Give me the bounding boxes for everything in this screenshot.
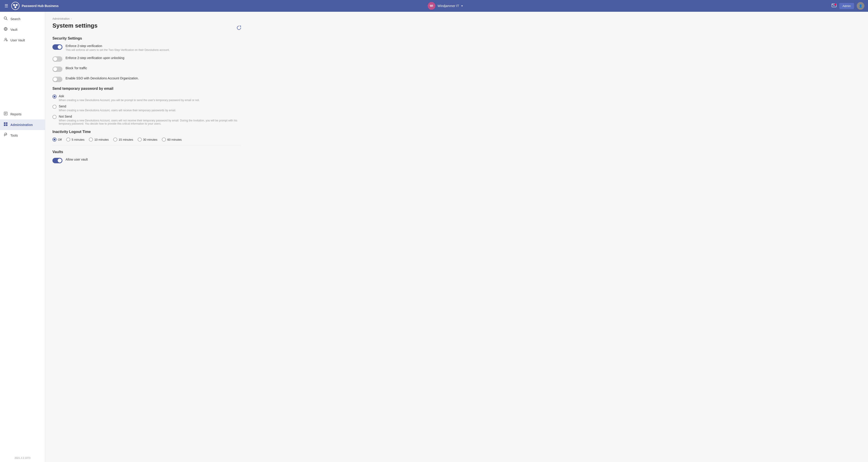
mail-icon[interactable] [832,4,837,8]
svg-point-12 [5,28,6,30]
radio-ask-input[interactable] [53,95,57,99]
svg-point-8 [835,4,836,5]
toggle-block-tor: Block Tor traffic [53,66,241,72]
toggle-sso: Enable SSO with Devolutions Account Orga… [53,76,241,82]
radio-not-send-input[interactable] [53,115,57,119]
user-avatar[interactable]: 👤 [857,2,864,10]
radio-not-send-desc: When creating a new Devolutions Account,… [59,119,241,125]
radio-ask-label: Ask [59,94,199,98]
inactivity-15min-label: 15 minutes [119,138,133,141]
svg-rect-25 [4,122,5,124]
inactivity-60min-label: 60 minutes [167,138,182,141]
inactivity-10min-radio[interactable] [89,137,93,142]
inactivity-5min-label: 5 minutes [72,138,84,141]
content-area: Administration › System settings Securit… [45,12,868,462]
reports-icon [4,112,8,117]
inactivity-5min-radio[interactable] [66,137,70,142]
radio-send-label: Send [59,104,176,108]
toggle-enforce-2step-desc: This will enforce all users to set the T… [66,49,170,52]
vaults-title: Vaults [53,150,241,154]
inactivity-60min-radio[interactable] [162,137,166,142]
toggle-enforce-2step-switch[interactable] [53,44,62,50]
sidebar-item-label: Reports [10,113,22,116]
security-settings-title: Security Settings [53,36,241,40]
toggle-sso-switch[interactable] [53,76,62,82]
inactivity-30min-label: 30 minutes [143,138,158,141]
vault-icon [4,27,8,32]
sidebar-item-label: Administration [10,123,33,127]
inactivity-30min[interactable]: 30 minutes [138,137,158,142]
toggle-enforce-2step-unlock: Enforce 2-step verification upon unlocki… [53,56,241,62]
breadcrumb: Administration › [53,17,241,20]
radio-send-desc: When creating a new Devolutions Account,… [59,109,176,112]
org-avatar: WI [428,2,435,10]
sidebar-item-user-vault[interactable]: User Vault [0,35,45,45]
svg-rect-26 [6,122,7,124]
page-title: System settings [53,22,97,29]
sidebar-item-tools[interactable]: Tools [0,130,45,141]
breadcrumb-parent[interactable]: Administration [53,17,70,20]
inactivity-off[interactable]: Off [53,137,62,142]
toggle-block-tor-switch[interactable] [53,66,62,72]
toggle-sso-label: Enable SSO with Devolutions Account Orga… [66,76,139,80]
sidebar-item-reports[interactable]: Reports [0,109,45,119]
svg-line-10 [6,19,7,20]
toggle-enforce-2step-unlock-switch[interactable] [53,56,62,62]
refresh-button[interactable] [237,25,241,32]
hamburger-menu[interactable]: ☰ [4,2,9,9]
sidebar-item-label: Tools [10,134,18,137]
sidebar-item-vault[interactable]: Vault [0,24,45,35]
svg-point-0 [11,2,19,10]
breadcrumb-separator: › [71,17,72,20]
toggle-allow-user-vault: Allow user vault [53,158,241,163]
tools-icon [4,133,8,138]
sidebar-item-label: Search [10,17,20,21]
sidebar-item-search[interactable]: Search [0,13,45,24]
inactivity-title: Inactivity Logout Time [53,130,241,134]
temp-password-radio-group: Ask When creating a new Devolutions Acco… [53,94,241,125]
radio-send-input[interactable] [53,105,57,109]
administration-icon [4,122,8,127]
toggle-enforce-2step: Enforce 2-step verification This will en… [53,44,241,52]
brand-name: Password Hub Business [22,4,59,8]
toggle-enforce-2step-label: Enforce 2-step verification [66,44,170,48]
navbar: ☰ Password Hub Business WI Windjammer IT… [0,0,868,12]
radio-not-send-label: Not Send [59,115,241,118]
org-name: Windjammer IT [438,4,459,8]
radio-send: Send When creating a new Devolutions Acc… [53,104,241,112]
search-icon [4,16,8,22]
version-label: 2021.2.2.1073 [0,454,45,462]
toggle-allow-user-vault-label: Allow user vault [66,158,88,161]
inactivity-10min[interactable]: 10 minutes [89,137,109,142]
toggle-block-tor-label: Block Tor traffic [66,66,87,70]
user-vault-icon [4,37,8,43]
inactivity-30min-radio[interactable] [138,137,142,142]
toggle-enforce-2step-unlock-label: Enforce 2-step verification upon unlocki… [66,56,124,60]
toggle-allow-user-vault-switch[interactable] [53,158,62,163]
inactivity-off-label: Off [58,138,62,141]
inactivity-60min[interactable]: 60 minutes [162,137,182,142]
sidebar-item-label: User Vault [10,38,25,42]
app-logo [11,2,20,10]
inactivity-15min[interactable]: 15 minutes [113,137,133,142]
sidebar-item-label: Vault [10,28,18,31]
svg-point-17 [5,38,6,40]
svg-rect-27 [4,124,5,126]
radio-ask-desc: When creating a new Devolutions Account,… [59,99,199,102]
svg-rect-28 [6,124,7,126]
inactivity-off-radio[interactable] [53,137,57,142]
sidebar-item-administration[interactable]: Administration [0,119,45,130]
sidebar: Search Vault User Vault Reports [0,12,45,462]
inactivity-10min-label: 10 minutes [94,138,109,141]
inactivity-15min-radio[interactable] [113,137,117,142]
temp-password-title: Send temporary password by email [53,87,241,91]
inactivity-5min[interactable]: 5 minutes [66,137,84,142]
org-dropdown-chevron[interactable]: ▾ [461,4,463,7]
radio-ask: Ask When creating a new Devolutions Acco… [53,94,241,102]
radio-not-send: Not Send When creating a new Devolutions… [53,115,241,125]
admin-button[interactable]: Admin [839,3,854,9]
inactivity-options: Off 5 minutes 10 minutes 15 minutes 30 m… [53,137,241,142]
